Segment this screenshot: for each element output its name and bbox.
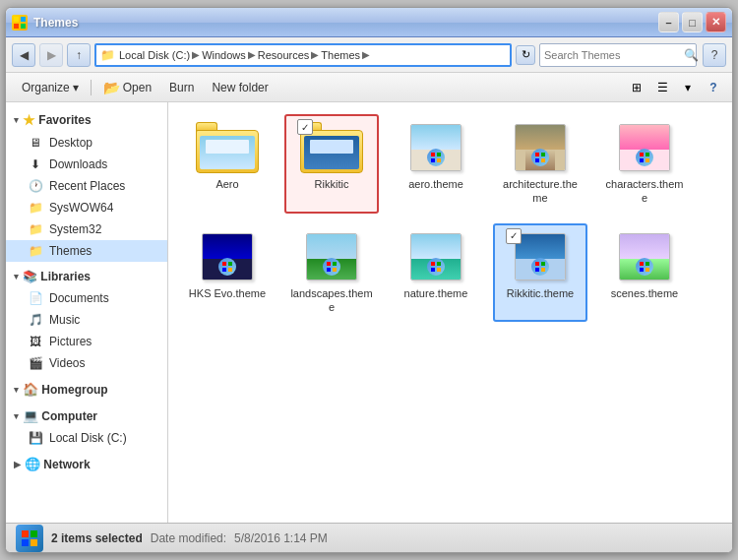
homegroup-chevron: ▾ [14, 385, 19, 395]
svg-rect-5 [437, 153, 441, 156]
address-bar[interactable]: 📁 Local Disk (C:) ▶ Windows ▶ Resources … [94, 43, 512, 67]
sidebar-item-documents[interactable]: 📄 Documents [6, 287, 167, 309]
svg-rect-17 [228, 262, 232, 266]
view-toggle-button[interactable]: ⊞ [626, 77, 647, 98]
sidebar-item-music[interactable]: 🎵 Music [6, 309, 167, 331]
help-button[interactable]: ? [703, 43, 726, 67]
view-details-button[interactable]: ☰ [651, 77, 673, 98]
status-date-value: 5/8/2016 1:14 PM [234, 531, 328, 545]
address-segment-3[interactable]: Themes ▶ [321, 49, 372, 61]
svg-rect-12 [640, 153, 644, 156]
address-segment-2[interactable]: Resources ▶ [258, 49, 322, 61]
nature-theme-label: nature.theme [404, 286, 468, 300]
favorites-chevron: ▾ [14, 115, 19, 125]
network-label: Network [43, 458, 90, 471]
svg-rect-25 [437, 262, 441, 266]
svg-rect-37 [31, 530, 37, 537]
svg-rect-22 [327, 268, 331, 272]
content-area: Aero ✓ [168, 102, 732, 523]
svg-rect-27 [437, 268, 441, 272]
search-input[interactable] [544, 49, 680, 61]
sidebar-favorites-header[interactable]: ▾ ★ Favorites [6, 108, 167, 132]
sidebar-item-recent[interactable]: 🕐 Recent Places [6, 175, 167, 197]
file-item-hks-theme[interactable]: HKS Evo.theme [180, 223, 275, 323]
svg-rect-23 [333, 268, 337, 272]
sidebar-item-videos[interactable]: 🎬 Videos [6, 352, 167, 374]
burn-button[interactable]: Burn [161, 77, 202, 98]
sidebar-item-themes[interactable]: 📁 Themes [6, 240, 167, 262]
svg-rect-16 [222, 262, 226, 266]
file-item-nature-theme[interactable]: nature.theme [389, 223, 483, 323]
svg-rect-8 [535, 153, 539, 156]
status-date-label: Date modified: [151, 531, 226, 545]
organize-label: Organize [22, 81, 70, 94]
syswow-label: SysWOW64 [49, 201, 113, 215]
svg-rect-36 [22, 530, 29, 537]
file-item-landscapes-theme[interactable]: landscapes.them e [284, 223, 379, 323]
music-icon: 🎵 [28, 312, 43, 328]
system32-folder-icon: 📁 [28, 221, 43, 237]
file-item-architecture-theme[interactable]: architecture.the me [493, 114, 587, 214]
file-item-characters-theme[interactable]: characters.theme [597, 114, 692, 214]
file-item-rikkitic-theme[interactable]: ✓ Rikkitic.theme [493, 223, 587, 323]
sidebar-item-syswow[interactable]: 📁 SysWOW64 [6, 197, 167, 218]
sidebar-computer-header[interactable]: ▾ 💻 Computer [6, 404, 167, 427]
up-button[interactable]: ↑ [67, 43, 91, 67]
address-segment-1[interactable]: Windows ▶ [202, 49, 258, 61]
svg-rect-2 [14, 24, 19, 29]
syswow-folder-icon: 📁 [28, 200, 43, 216]
svg-rect-29 [541, 262, 545, 266]
back-button[interactable]: ◀ [12, 43, 35, 67]
address-segment-0[interactable]: Local Disk (C:) ▶ [119, 49, 202, 61]
svg-rect-7 [437, 158, 441, 162]
forward-button[interactable]: ▶ [39, 43, 63, 67]
sidebar-network-header[interactable]: ▶ 🌐 Network [6, 453, 167, 475]
pictures-label: Pictures [49, 335, 92, 348]
title-bar: Themes – □ ✕ [6, 8, 732, 37]
aero-folder-icon [196, 122, 259, 173]
desktop-icon: 🖥 [28, 135, 43, 151]
sidebar-item-pictures[interactable]: 🖼 Pictures [6, 331, 167, 352]
close-button[interactable]: ✕ [706, 12, 726, 32]
rikkitic-folder-label: Rikkitic [315, 177, 349, 191]
help-info-button[interactable]: ? [703, 77, 724, 98]
characters-theme-label: characters.theme [603, 177, 686, 206]
view-more-button[interactable]: ▾ [677, 77, 699, 98]
title-controls: – □ ✕ [658, 12, 726, 32]
search-box[interactable]: 🔍 [539, 43, 697, 67]
sidebar-item-desktop[interactable]: 🖥 Desktop [6, 132, 167, 154]
network-icon: 🌐 [25, 457, 40, 471]
file-item-aero-theme[interactable]: aero.theme [389, 114, 483, 214]
computer-icon: 💻 [23, 408, 38, 423]
file-item-scenes-theme[interactable]: scenes.theme [597, 223, 692, 323]
minimize-button[interactable]: – [658, 12, 679, 32]
characters-theme-icon [613, 122, 676, 173]
system32-label: System32 [49, 222, 101, 236]
rikkitic-theme-checkmark: ✓ [506, 228, 522, 244]
refresh-button[interactable]: ↻ [516, 45, 535, 65]
svg-rect-26 [431, 268, 435, 272]
svg-rect-3 [21, 24, 26, 29]
toolbar: Organize ▾ 📂 Open Burn New folder ⊞ ☰ ▾ … [6, 73, 732, 102]
sidebar-libraries-header[interactable]: ▾ 📚 Libraries [6, 266, 167, 287]
main-area: ▾ ★ Favorites 🖥 Desktop ⬇ Downloads 🕐 Re… [6, 102, 732, 523]
maximize-button[interactable]: □ [682, 12, 703, 32]
open-button[interactable]: 📂 Open [95, 77, 159, 98]
window-title: Themes [33, 16, 78, 30]
organize-button[interactable]: Organize ▾ [14, 77, 87, 98]
sidebar-item-localdisk[interactable]: 💾 Local Disk (C:) [6, 427, 167, 449]
new-folder-button[interactable]: New folder [204, 77, 276, 98]
file-item-rikkitic-folder[interactable]: ✓ Rikkitic [284, 114, 379, 214]
sidebar-item-system32[interactable]: 📁 System32 [6, 218, 167, 240]
svg-rect-14 [640, 158, 644, 162]
address-path: Local Disk (C:) ▶ Windows ▶ Resources ▶ … [119, 49, 506, 61]
aero-folder-label: Aero [215, 177, 238, 191]
sidebar-homegroup-header[interactable]: ▾ 🏠 Homegroup [6, 378, 167, 401]
landscapes-theme-label: landscapes.them e [290, 286, 373, 315]
scenes-theme-label: scenes.theme [611, 286, 678, 300]
libraries-icon: 📚 [23, 270, 37, 283]
sidebar-item-downloads[interactable]: ⬇ Downloads [6, 154, 167, 175]
sidebar-homegroup: ▾ 🏠 Homegroup [6, 378, 167, 401]
svg-rect-32 [640, 262, 644, 266]
file-item-aero-folder[interactable]: Aero [180, 114, 275, 214]
